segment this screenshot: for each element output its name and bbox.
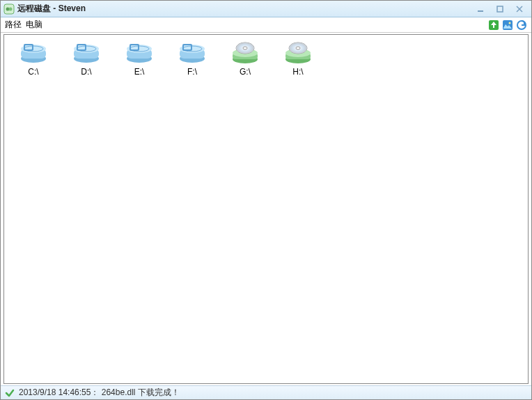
- drive-label: H:\: [292, 67, 303, 77]
- hard-drive-icon: [125, 42, 153, 64]
- maximize-button[interactable]: [491, 3, 509, 15]
- drive-label: D:\: [81, 67, 91, 77]
- statusbar: 2013/9/18 14:46:55： 264be.dll 下载完成！: [1, 385, 531, 399]
- svg-point-46: [296, 47, 300, 49]
- toolbar: 路径 电脑: [1, 17, 531, 33]
- cd-drive-icon: [284, 42, 312, 64]
- drive-label: G:\: [240, 67, 251, 77]
- image-icon[interactable]: [502, 20, 513, 31]
- app-icon: [3, 3, 15, 15]
- path-label: 路径: [5, 19, 22, 31]
- drive-item[interactable]: F:\: [166, 40, 219, 89]
- svg-point-2: [9, 7, 13, 10]
- drive-item[interactable]: E:\: [113, 40, 166, 89]
- svg-point-40: [243, 47, 247, 49]
- status-text: 2013/9/18 14:46:55： 264be.dll 下载完成！: [19, 387, 180, 399]
- window-controls: [471, 3, 529, 15]
- drive-item[interactable]: H:\: [272, 40, 324, 89]
- window-title: 远程磁盘 - Steven: [17, 3, 471, 15]
- cd-drive-icon: [231, 42, 259, 64]
- drive-label: F:\: [187, 67, 197, 77]
- close-button[interactable]: [510, 3, 529, 15]
- minimize-button[interactable]: [471, 3, 490, 15]
- upload-icon[interactable]: [488, 20, 499, 31]
- drive-list: C:\ D:\ E:\ F:\ G:\: [3, 34, 529, 384]
- hard-drive-icon: [72, 42, 100, 64]
- drive-item[interactable]: C:\: [7, 40, 60, 89]
- drive-label: E:\: [134, 67, 145, 77]
- hard-drive-icon: [19, 42, 47, 64]
- check-icon: [5, 388, 15, 398]
- svg-rect-4: [497, 6, 503, 12]
- hard-drive-icon: [178, 42, 206, 64]
- toolbar-actions: [488, 20, 527, 31]
- path-value: 电脑: [26, 19, 488, 31]
- drive-label: C:\: [28, 67, 38, 77]
- titlebar: 远程磁盘 - Steven: [1, 1, 531, 17]
- svg-point-9: [509, 22, 511, 24]
- refresh-icon[interactable]: [516, 20, 527, 31]
- drive-item[interactable]: G:\: [219, 40, 272, 89]
- drive-item[interactable]: D:\: [60, 40, 113, 89]
